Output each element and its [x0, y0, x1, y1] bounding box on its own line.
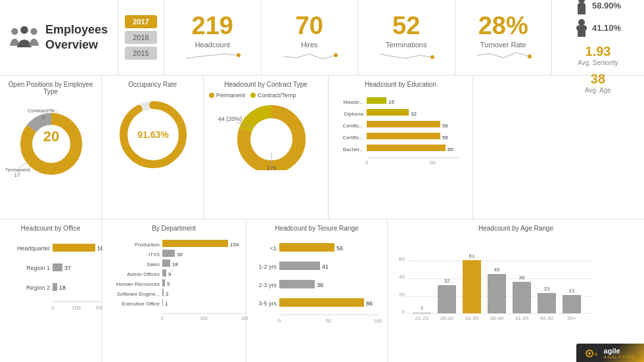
svg-text:41-45: 41-45	[515, 315, 529, 321]
svg-point-2	[30, 28, 37, 35]
svg-text:61: 61	[469, 253, 475, 259]
svg-point-6	[528, 55, 532, 58]
svg-text:2: 2	[166, 291, 169, 297]
svg-rect-49	[53, 244, 95, 252]
office-card: Headcount by Office Headquarter 164 Regi…	[0, 219, 102, 363]
svg-text:23: 23	[544, 286, 550, 292]
svg-text:0: 0	[161, 316, 164, 321]
svg-text:21: 21	[569, 288, 575, 294]
avg-seniority-section: 1.93 Avg. Seniority	[578, 44, 618, 66]
svg-text:21-25: 21-25	[415, 315, 429, 321]
hires-sparkline	[283, 49, 336, 62]
female-row: 58.90%	[575, 0, 621, 14]
svg-point-1	[20, 26, 28, 34]
svg-text:154: 154	[230, 242, 239, 248]
headcount-value: 219	[192, 13, 233, 38]
svg-point-132	[588, 352, 591, 355]
year-2016-btn[interactable]: 2016	[125, 31, 157, 44]
svg-text:1-2 yrs: 1-2 yrs	[258, 263, 277, 270]
svg-text:100: 100	[200, 316, 208, 321]
svg-text:Region 2: Region 2	[26, 284, 50, 291]
kpi-hires: 70 Hires	[262, 0, 359, 75]
headcount-sparkline	[186, 49, 239, 62]
department-card: By Department Production 154 IT/IS 30 Sa…	[102, 219, 246, 363]
svg-rect-125	[538, 293, 556, 313]
svg-text:1: 1	[421, 305, 424, 311]
svg-text:IT/IS: IT/IS	[149, 252, 160, 258]
svg-text:9: 9	[168, 271, 172, 277]
svg-text:Master...: Master...	[343, 99, 363, 105]
svg-text:1: 1	[165, 301, 168, 307]
svg-rect-52	[53, 263, 62, 271]
right-spacer	[473, 76, 565, 219]
svg-point-3	[237, 53, 241, 57]
contract-legend: Permanent Contract/Temp	[209, 92, 323, 99]
svg-text:Headquarter: Headquarter	[17, 245, 50, 252]
turnover-sparkline	[477, 49, 530, 62]
svg-text:18: 18	[172, 261, 178, 267]
year-2015-btn[interactable]: 2015	[125, 47, 157, 60]
svg-text:Production: Production	[135, 242, 160, 248]
tenure-title: Headcount by Tenure Range	[252, 225, 382, 232]
permanent-legend-label: Permanent	[216, 92, 245, 99]
age-range-card: Headcount by Age Range 0 20 40 60	[388, 219, 644, 363]
office-title: Headcount by Office	[5, 225, 96, 232]
svg-text:56: 56	[336, 245, 343, 252]
svg-text:<1: <1	[270, 245, 277, 252]
svg-text:Software Engine...: Software Engine...	[117, 291, 160, 297]
terminations-value: 52	[392, 13, 420, 38]
svg-text:86: 86	[366, 300, 373, 307]
svg-text:18: 18	[59, 284, 66, 291]
svg-rect-37	[367, 121, 440, 127]
employees-icon	[10, 18, 39, 57]
open-positions-card: Open Positions by Employee Type 20 Contr…	[0, 76, 102, 219]
age-range-title: Headcount by Age Range	[393, 225, 639, 232]
open-positions-title: Open Positions by Employee Type	[5, 81, 96, 95]
svg-text:15: 15	[388, 99, 394, 105]
agile-logo-icon: ≡	[586, 348, 600, 359]
hires-label: Hires	[301, 41, 318, 49]
svg-text:Diploma: Diploma	[344, 111, 364, 117]
svg-text:100: 100	[72, 305, 81, 311]
svg-rect-65	[162, 250, 175, 257]
permanent-legend: Permanent	[209, 92, 245, 99]
occupancy-title: Occupancy Rate	[107, 81, 198, 88]
svg-text:60: 60	[399, 256, 405, 262]
kpi-headcount: 219 Headcount	[164, 0, 262, 75]
svg-rect-77	[162, 289, 164, 296]
avg-seniority-value: 1.93	[578, 44, 618, 59]
svg-text:56: 56	[442, 135, 448, 141]
svg-text:2-3 yrs: 2-3 yrs	[258, 282, 277, 288]
svg-text:60: 60	[448, 147, 453, 152]
kpi-turnover: 28% Turnover Rate	[455, 0, 553, 75]
contract-card: Headcount by Contract Type Permanent Con…	[204, 76, 329, 219]
contract-type-chart: 44 (20%) 175 (80%)	[209, 101, 324, 170]
svg-point-0	[11, 28, 18, 35]
svg-text:0: 0	[365, 160, 369, 166]
year-2017-btn[interactable]: 2017	[125, 15, 157, 28]
svg-text:100: 100	[373, 318, 382, 324]
svg-rect-31	[367, 97, 386, 104]
svg-text:Bachel...: Bachel...	[343, 147, 363, 152]
svg-text:≡: ≡	[594, 351, 597, 357]
svg-text:32: 32	[444, 278, 450, 284]
education-card: Headcount by Education Master... 15 Dipl…	[329, 76, 473, 219]
demographic-panel: Demographic 58.90% 41.10%	[552, 0, 644, 75]
agile-brand-sub: ANALYTICS	[604, 355, 635, 359]
agile-brand: agile	[604, 348, 635, 355]
bottom-charts-row: Headcount by Office Headquarter 164 Regi…	[0, 219, 644, 363]
svg-text:50>: 50>	[567, 315, 576, 321]
svg-rect-113	[438, 285, 456, 313]
svg-text:36: 36	[519, 275, 525, 281]
kpi-terminations: 52 Terminations	[358, 0, 455, 75]
middle-charts-row: Open Positions by Employee Type 20 Contr…	[0, 76, 644, 219]
svg-text:0: 0	[51, 305, 55, 311]
svg-text:46-50: 46-50	[540, 315, 554, 321]
occupancy-chart: 91.63%	[107, 92, 199, 171]
svg-rect-62	[162, 240, 228, 247]
svg-rect-128	[563, 295, 581, 313]
svg-text:41: 41	[322, 263, 329, 270]
svg-rect-116	[463, 260, 481, 313]
svg-rect-96	[279, 298, 364, 307]
svg-rect-87	[279, 243, 334, 252]
